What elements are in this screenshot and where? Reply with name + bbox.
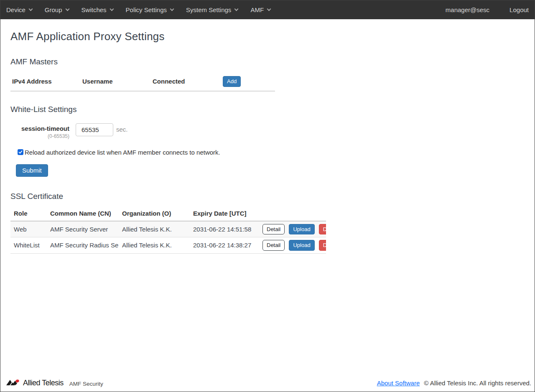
cell-expiry-date: 2031-06-22 14:51:58 — [190, 221, 259, 237]
submit-button[interactable]: Submit — [16, 164, 48, 177]
chevron-down-icon — [234, 7, 239, 11]
page-title: AMF Application Proxy Settings — [10, 30, 525, 43]
ssl-certificate-heading: SSL Certificate — [10, 192, 525, 201]
nav-item-label: Device — [6, 6, 25, 13]
column-header-role: Role — [10, 208, 47, 221]
nav-item-system-settings[interactable]: System Settings — [186, 6, 238, 13]
about-software-link[interactable]: About Software — [377, 379, 420, 387]
allied-telesis-logo-icon — [6, 379, 20, 387]
column-header-actions — [259, 208, 326, 221]
column-header-connected: Connected — [151, 74, 221, 91]
nav-item-policy-settings[interactable]: Policy Settings — [126, 6, 173, 13]
cell-role: WhiteList — [10, 237, 47, 254]
column-header-organization: Organization (O) — [119, 208, 190, 221]
page-footer: Allied Telesis AMF Security About Softwa… — [0, 376, 535, 392]
column-header-common-name: Common Name (CN) — [47, 208, 119, 221]
ssl-header-row: Role Common Name (CN) Organization (O) E… — [10, 208, 326, 221]
cell-organization: Allied Telesis K.K. — [119, 237, 190, 254]
nav-item-switches[interactable]: Switches — [82, 6, 113, 13]
logout-button[interactable]: Logout — [510, 6, 529, 13]
session-timeout-label: session-timeout — [10, 125, 69, 132]
reload-checkbox-row: Reload authorized device list when AMF m… — [18, 149, 525, 156]
top-navbar: Device Group Switches Policy Settings Sy… — [0, 0, 535, 19]
table-row-web-certificate: Web AMF Security Server Allied Telesis K… — [10, 221, 326, 237]
product-name: AMF Security — [69, 381, 103, 387]
cell-actions: Detail Upload Delete — [259, 221, 326, 237]
column-header-expiry-date: Expiry Date [UTC] — [190, 208, 259, 221]
navbar-menu: Device Group Switches Policy Settings Sy… — [6, 6, 283, 13]
ssl-certificate-table: Role Common Name (CN) Organization (O) E… — [10, 208, 326, 254]
amf-masters-add-cell: Add — [221, 74, 275, 91]
chevron-down-icon — [170, 7, 174, 11]
reload-checkbox-label: Reload authorized device list when AMF m… — [25, 149, 220, 156]
copyright-text: © Allied Telesis Inc. All rights reserve… — [424, 379, 531, 387]
logged-in-user: manager@sesc — [446, 6, 489, 13]
footer-links: About Software © Allied Telesis Inc. All… — [377, 379, 531, 387]
cell-common-name: AMF Security Server — [47, 221, 119, 237]
session-timeout-range: (0-65535) — [10, 133, 69, 139]
chevron-down-icon — [267, 7, 271, 11]
upload-button[interactable]: Upload — [289, 240, 314, 251]
cell-common-name: AMF Security Radius Server — [47, 237, 119, 254]
nav-item-amf[interactable]: AMF — [250, 6, 270, 13]
cell-organization: Allied Telesis K.K. — [119, 221, 190, 237]
chevron-down-icon — [28, 7, 33, 11]
nav-item-label: Policy Settings — [126, 6, 167, 13]
footer-brand: Allied Telesis AMF Security — [6, 379, 103, 387]
cell-role: Web — [10, 221, 47, 237]
amf-masters-table: IPv4 Address Username Connected Add — [10, 74, 275, 92]
whitelist-settings-heading: White-List Settings — [10, 105, 525, 114]
amf-masters-header-row: IPv4 Address Username Connected Add — [10, 74, 275, 91]
amf-masters-heading: AMF Masters — [10, 57, 525, 66]
cell-actions: Detail Upload Delete — [259, 237, 326, 254]
nav-item-label: AMF — [250, 6, 264, 13]
main-content: AMF Application Proxy Settings AMF Maste… — [0, 19, 535, 376]
column-header-username: Username — [81, 74, 151, 91]
ssl-certificate-section: SSL Certificate Role Common Name (CN) Or… — [10, 192, 525, 254]
nav-item-label: Group — [45, 6, 62, 13]
session-timeout-row: session-timeout (0-65535) sec. — [10, 123, 525, 139]
session-timeout-input[interactable] — [76, 123, 113, 136]
nav-item-device[interactable]: Device — [6, 6, 32, 13]
nav-item-label: System Settings — [186, 6, 231, 13]
delete-button[interactable]: Delete — [319, 240, 326, 251]
upload-button[interactable]: Upload — [289, 224, 314, 235]
cell-expiry-date: 2031-06-22 14:38:27 — [190, 237, 259, 254]
navbar-right: manager@sesc Logout — [446, 6, 529, 13]
nav-item-label: Switches — [82, 6, 107, 13]
detail-button[interactable]: Detail — [262, 224, 285, 235]
brand-name: Allied Telesis — [23, 379, 64, 387]
submit-row: Submit — [16, 164, 525, 177]
reload-checkbox[interactable] — [18, 149, 23, 155]
nav-item-group[interactable]: Group — [45, 6, 69, 13]
column-header-ipv4-address: IPv4 Address — [10, 74, 81, 91]
chevron-down-icon — [65, 7, 69, 11]
session-timeout-label-group: session-timeout (0-65535) — [10, 123, 69, 139]
checkmark-icon — [18, 150, 23, 154]
amf-masters-section: AMF Masters IPv4 Address Username Connec… — [10, 57, 525, 92]
detail-button[interactable]: Detail — [262, 240, 285, 251]
table-row-whitelist-certificate: WhiteList AMF Security Radius Server All… — [10, 237, 326, 254]
delete-button[interactable]: Delete — [319, 224, 326, 235]
chevron-down-icon — [110, 7, 114, 11]
whitelist-settings-section: White-List Settings session-timeout (0-6… — [10, 105, 525, 177]
add-master-button[interactable]: Add — [223, 76, 241, 87]
session-timeout-unit: sec. — [116, 123, 128, 133]
